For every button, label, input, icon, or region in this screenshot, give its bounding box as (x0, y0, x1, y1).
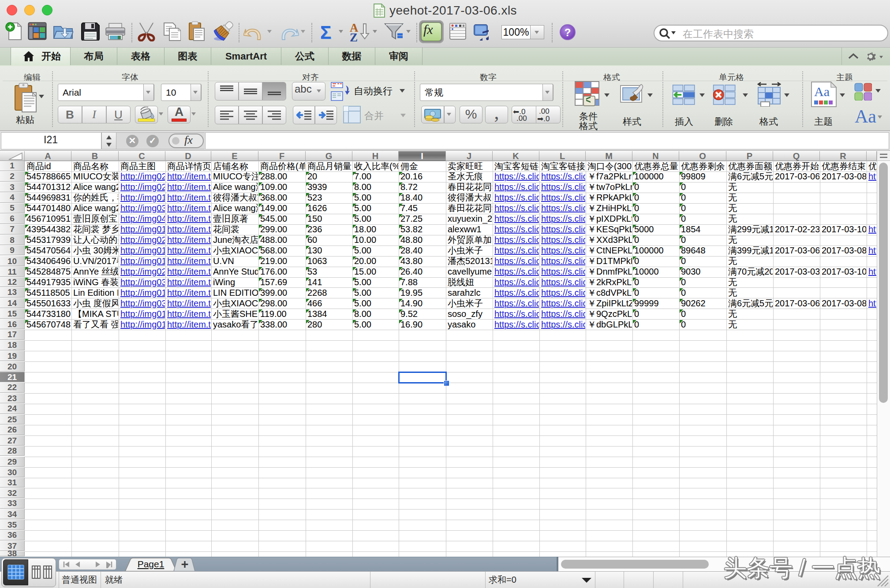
svg-text:Aa: Aa (814, 84, 830, 99)
